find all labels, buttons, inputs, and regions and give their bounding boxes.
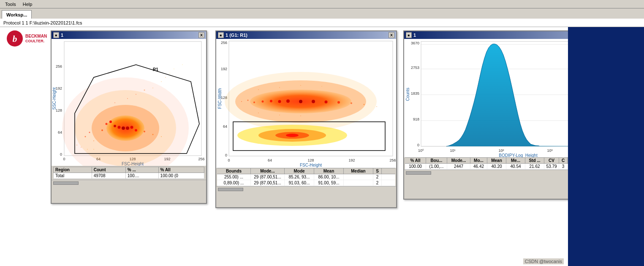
scroll-thumb-3[interactable] bbox=[406, 171, 431, 175]
protocol-bar: Protocol 1 1 F:\liuzixin-20220121\1.fcs bbox=[0, 19, 644, 27]
scatter-panel-2: ■ 1 (G1: R1) X 0 64 128 192 256 0 64 128… bbox=[215, 30, 397, 208]
data-cell: Total bbox=[54, 173, 92, 179]
svg-text:256: 256 bbox=[198, 157, 204, 161]
svg-point-31 bbox=[144, 131, 145, 132]
tab-bar: Worksp... bbox=[0, 8, 644, 19]
panel1-plot: 0 64 128 192 256 0 64 128 192 256 FSC-He… bbox=[52, 39, 206, 166]
svg-point-25 bbox=[114, 125, 116, 127]
logo-area: b BECKMAN COULTER. bbox=[7, 30, 49, 49]
svg-point-21 bbox=[93, 140, 94, 141]
data-mo: 46.42 bbox=[470, 164, 487, 169]
panel2-close[interactable]: X bbox=[389, 32, 394, 38]
logo-text: BECKMAN COULTER. bbox=[25, 33, 47, 44]
data-mode-1: 85.26, 93... bbox=[285, 174, 314, 180]
svg-point-39 bbox=[161, 81, 162, 82]
col-mode-pct: Mode... bbox=[251, 168, 285, 174]
panel3-title-left: ■ 1 bbox=[406, 32, 416, 38]
svg-text:918: 918 bbox=[413, 117, 419, 121]
panel2-icon: ■ bbox=[218, 32, 224, 38]
data-pctall: 100.00 bbox=[405, 164, 426, 169]
svg-point-45 bbox=[81, 147, 82, 148]
svg-point-28 bbox=[126, 126, 129, 130]
panel1-svg: 0 64 128 192 256 0 64 128 192 256 FSC-He… bbox=[52, 39, 206, 166]
svg-text:192: 192 bbox=[221, 67, 227, 71]
data-cell: 49708 bbox=[92, 173, 125, 179]
svg-point-20 bbox=[89, 132, 90, 133]
data-mean-2: 91.00, 59... bbox=[314, 180, 344, 186]
svg-text:10³: 10³ bbox=[547, 148, 552, 153]
panel2-scrollbar[interactable] bbox=[216, 186, 396, 192]
svg-point-75 bbox=[325, 101, 328, 104]
svg-point-37 bbox=[144, 90, 145, 91]
panel1-stats: Region Count % ... % All Total 49708 100… bbox=[52, 166, 206, 180]
panel2-data-row-1: 255.00) ... 29 (87.00,51... 85.26, 93...… bbox=[217, 174, 395, 180]
svg-point-82 bbox=[300, 85, 301, 86]
scatter-panel-1: ■ 1 X 0 64 128 192 256 0 64 128 192 256 bbox=[51, 30, 207, 204]
panel1-stats-table: Region Count % ... % All Total 49708 100… bbox=[53, 167, 204, 179]
svg-point-74 bbox=[312, 100, 315, 103]
data-mode-pct-1: 29 (87.00,51... bbox=[251, 174, 285, 180]
svg-point-38 bbox=[152, 88, 153, 88]
scroll-thumb[interactable] bbox=[53, 181, 79, 185]
svg-point-33 bbox=[161, 136, 162, 137]
svg-point-91 bbox=[286, 134, 299, 137]
svg-text:128: 128 bbox=[56, 108, 62, 112]
panel1-title: 1 bbox=[61, 33, 63, 38]
menu-tools[interactable]: Tools bbox=[2, 1, 19, 8]
beckman-logo: b BECKMAN COULTER. bbox=[7, 30, 49, 47]
main-area: b BECKMAN COULTER. ■ 1 X 0 64 bbox=[0, 27, 644, 266]
svg-point-73 bbox=[299, 100, 302, 103]
svg-point-22 bbox=[101, 129, 103, 131]
svg-point-66 bbox=[241, 101, 242, 102]
data-modepct-val: 2447 bbox=[447, 164, 470, 169]
col-mean: Mean bbox=[314, 168, 344, 174]
col-bou: Bou... bbox=[426, 158, 447, 163]
data-s-1: 2 bbox=[373, 174, 382, 180]
svg-point-36 bbox=[136, 94, 136, 95]
svg-point-69 bbox=[262, 101, 264, 103]
col-cv: CV bbox=[544, 158, 559, 163]
data-s-2: 2 bbox=[373, 180, 382, 186]
workspace-tab[interactable]: Worksp... bbox=[2, 10, 32, 19]
svg-point-19 bbox=[85, 136, 86, 137]
svg-text:192: 192 bbox=[56, 86, 62, 90]
data-std: 21.62 bbox=[525, 164, 544, 169]
svg-text:0: 0 bbox=[228, 158, 230, 162]
data-cv: 53.79 bbox=[544, 164, 559, 169]
svg-text:R1: R1 bbox=[153, 67, 158, 72]
svg-text:10¹: 10¹ bbox=[450, 148, 455, 153]
svg-point-68 bbox=[253, 101, 255, 103]
svg-point-70 bbox=[270, 100, 272, 102]
svg-point-76 bbox=[337, 101, 340, 104]
col-modepct: Mode... bbox=[447, 158, 470, 163]
menu-help[interactable]: Help bbox=[19, 1, 36, 8]
data-cell: 100.... bbox=[125, 173, 158, 179]
svg-point-42 bbox=[174, 69, 174, 69]
data-bounds-1: 255.00) ... bbox=[217, 174, 251, 180]
svg-text:0: 0 bbox=[225, 153, 227, 157]
scroll-thumb-2[interactable] bbox=[218, 188, 243, 191]
svg-text:64: 64 bbox=[58, 130, 62, 134]
svg-point-80 bbox=[258, 89, 259, 90]
svg-point-26 bbox=[118, 126, 121, 129]
svg-point-35 bbox=[127, 98, 128, 99]
panel2-title-left: ■ 1 (G1: R1) bbox=[218, 32, 247, 38]
col-mean: Mean bbox=[487, 158, 506, 163]
svg-point-86 bbox=[300, 115, 301, 116]
svg-point-71 bbox=[278, 100, 281, 103]
svg-point-24 bbox=[109, 121, 112, 123]
logo-circle: b bbox=[7, 30, 23, 47]
csdn-watermark: CSDN @twocanis bbox=[523, 258, 564, 264]
panel2-plot: 0 64 128 192 256 0 64 128 192 256 FSC-He… bbox=[216, 39, 396, 168]
col-std: Std ... bbox=[525, 158, 544, 163]
panel2-data-row-2: 0,89.00) ... 29 (87.00,51... 91.03, 60..… bbox=[217, 180, 395, 186]
panel1-close[interactable]: X bbox=[198, 32, 204, 38]
panel1-scrollbar[interactable] bbox=[52, 180, 206, 186]
svg-text:b: b bbox=[13, 33, 17, 44]
svg-point-29 bbox=[130, 126, 133, 129]
svg-text:3670: 3670 bbox=[411, 41, 419, 45]
col-region: Region bbox=[54, 167, 92, 173]
svg-text:10⁰: 10⁰ bbox=[418, 148, 424, 153]
svg-point-67 bbox=[247, 100, 249, 101]
panel1-icon: ■ bbox=[53, 32, 59, 38]
